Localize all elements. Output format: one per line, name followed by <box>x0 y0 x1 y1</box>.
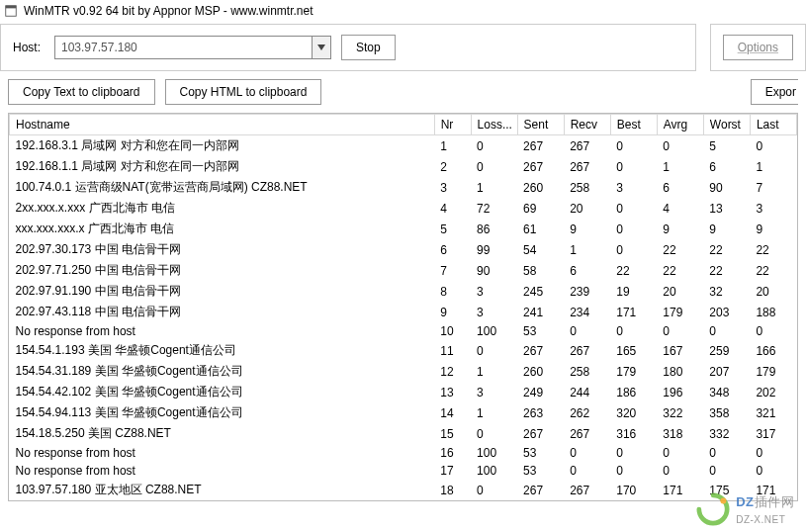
table-row[interactable]: 154.54.42.102 美国 华盛顿Cogent通信公司1332492441… <box>10 382 797 402</box>
cell-last: 1 <box>750 156 796 177</box>
cell-sent: 245 <box>517 281 564 302</box>
col-worst[interactable]: Worst <box>703 115 750 135</box>
host-panel: Host: Stop <box>0 24 696 71</box>
cell-worst: 207 <box>703 361 750 382</box>
col-nr[interactable]: Nr <box>434 115 471 135</box>
cell-last: 317 <box>750 423 796 444</box>
cell-loss: 0 <box>471 156 517 177</box>
col-avrg[interactable]: Avrg <box>657 115 703 135</box>
col-hostname[interactable]: Hostname <box>10 115 435 135</box>
cell-recv: 0 <box>564 322 610 340</box>
cell-loss: 100 <box>471 444 517 462</box>
cell-best: 0 <box>610 322 657 340</box>
col-loss[interactable]: Loss... <box>471 115 517 135</box>
cell-nr: 3 <box>434 177 471 198</box>
table-row[interactable]: 192.168.3.1 局域网 对方和您在同一内部网102672670050 <box>10 135 797 157</box>
cell-sent: 260 <box>517 361 564 382</box>
cell-host: 192.168.1.1 局域网 对方和您在同一内部网 <box>10 156 435 177</box>
cell-recv: 267 <box>564 156 610 177</box>
cell-host: 154.54.94.113 美国 华盛顿Cogent通信公司 <box>10 402 435 423</box>
cell-avrg: 6 <box>657 177 703 198</box>
host-input[interactable] <box>54 36 312 59</box>
cell-loss: 72 <box>471 198 517 219</box>
table-row[interactable]: 202.97.91.190 中国 电信骨干网8324523919203220 <box>10 281 797 302</box>
cell-sent: 53 <box>517 462 564 480</box>
cell-nr: 18 <box>434 480 471 500</box>
table-row[interactable]: 154.18.5.250 美国 CZ88.NET1502672673163183… <box>10 423 797 444</box>
table-row[interactable]: 192.168.1.1 局域网 对方和您在同一内部网202672670161 <box>10 156 797 177</box>
cell-loss: 0 <box>471 423 517 444</box>
host-dropdown-button[interactable] <box>312 36 331 59</box>
copy-text-button[interactable]: Copy Text to clipboard <box>8 79 155 105</box>
cell-recv: 267 <box>564 480 610 500</box>
cell-host: 100.74.0.1 运营商级NAT(宽带运营商局域网) CZ88.NET <box>10 177 435 198</box>
table-row[interactable]: No response from host161005300000 <box>10 444 797 462</box>
cell-nr: 5 <box>434 219 471 239</box>
cell-avrg: 318 <box>657 423 703 444</box>
copy-html-button[interactable]: Copy HTML to clipboard <box>165 79 322 105</box>
table-row[interactable]: 202.97.71.250 中国 电信骨干网79058622222222 <box>10 260 797 281</box>
cell-worst: 0 <box>703 444 750 462</box>
cell-recv: 267 <box>564 135 610 157</box>
cell-last: 179 <box>750 361 796 382</box>
table-row[interactable]: 103.97.57.180 亚太地区 CZ88.NET1802672671701… <box>10 480 797 500</box>
results-table: Hostname Nr Loss... Sent Recv Best Avrg … <box>8 113 798 501</box>
cell-best: 19 <box>610 281 657 302</box>
table-row[interactable]: 202.97.43.118 中国 电信骨干网932412341711792031… <box>10 302 797 322</box>
cell-best: 0 <box>610 198 657 219</box>
col-best[interactable]: Best <box>610 115 657 135</box>
cell-avrg: 322 <box>657 402 703 423</box>
cell-last: 0 <box>750 444 796 462</box>
table-row[interactable]: 154.54.94.113 美国 华盛顿Cogent通信公司1412632623… <box>10 402 797 423</box>
table-row[interactable]: No response from host171005300000 <box>10 462 797 480</box>
cell-best: 179 <box>610 361 657 382</box>
cell-nr: 6 <box>434 239 471 260</box>
table-row[interactable]: 202.97.30.173 中国 电信骨干网6995410222222 <box>10 239 797 260</box>
cell-loss: 90 <box>471 260 517 281</box>
cell-best: 165 <box>610 340 657 361</box>
cell-nr: 10 <box>434 322 471 340</box>
cell-nr: 4 <box>434 198 471 219</box>
cell-recv: 1 <box>564 239 610 260</box>
table-header-row[interactable]: Hostname Nr Loss... Sent Recv Best Avrg … <box>10 115 797 135</box>
window-titlebar: WinMTR v0.92 64 bit by Appnor MSP - www.… <box>0 0 806 24</box>
stop-button[interactable]: Stop <box>341 35 396 60</box>
cell-nr: 11 <box>434 340 471 361</box>
table-row[interactable]: 100.74.0.1 运营商级NAT(宽带运营商局域网) CZ88.NET312… <box>10 177 797 198</box>
col-last[interactable]: Last <box>750 115 796 135</box>
cell-worst: 175 <box>703 480 750 500</box>
cell-last: 202 <box>750 382 796 402</box>
cell-host: 154.54.42.102 美国 华盛顿Cogent通信公司 <box>10 382 435 402</box>
host-combo[interactable] <box>54 36 331 59</box>
cell-recv: 262 <box>564 402 610 423</box>
export-button[interactable]: Expor <box>751 79 798 105</box>
cell-host: 202.97.30.173 中国 电信骨干网 <box>10 239 435 260</box>
app-icon <box>4 4 18 18</box>
cell-best: 320 <box>610 402 657 423</box>
cell-avrg: 0 <box>657 322 703 340</box>
cell-last: 3 <box>750 198 796 219</box>
col-sent[interactable]: Sent <box>517 115 564 135</box>
table-row[interactable]: xxx.xxx.xxx.x 广西北海市 电信5866190999 <box>10 219 797 239</box>
cell-last: 20 <box>750 281 796 302</box>
cell-best: 316 <box>610 423 657 444</box>
table-row[interactable]: 154.54.31.189 美国 华盛顿Cogent通信公司1212602581… <box>10 361 797 382</box>
col-recv[interactable]: Recv <box>564 115 610 135</box>
table-row[interactable]: 2xx.xxx.x.xxx 广西北海市 电信472692004133 <box>10 198 797 219</box>
cell-last: 321 <box>750 402 796 423</box>
cell-sent: 69 <box>517 198 564 219</box>
options-button: Options <box>723 35 793 60</box>
cell-host: No response from host <box>10 322 435 340</box>
cell-best: 0 <box>610 156 657 177</box>
cell-last: 0 <box>750 322 796 340</box>
cell-sent: 241 <box>517 302 564 322</box>
cell-recv: 244 <box>564 382 610 402</box>
cell-sent: 53 <box>517 444 564 462</box>
cell-last: 0 <box>750 462 796 480</box>
table-row[interactable]: No response from host101005300000 <box>10 322 797 340</box>
cell-loss: 0 <box>471 480 517 500</box>
cell-best: 22 <box>610 260 657 281</box>
cell-host: 154.18.5.250 美国 CZ88.NET <box>10 423 435 444</box>
svg-rect-1 <box>6 6 17 9</box>
table-row[interactable]: 154.54.1.193 美国 华盛顿Cogent通信公司11026726716… <box>10 340 797 361</box>
